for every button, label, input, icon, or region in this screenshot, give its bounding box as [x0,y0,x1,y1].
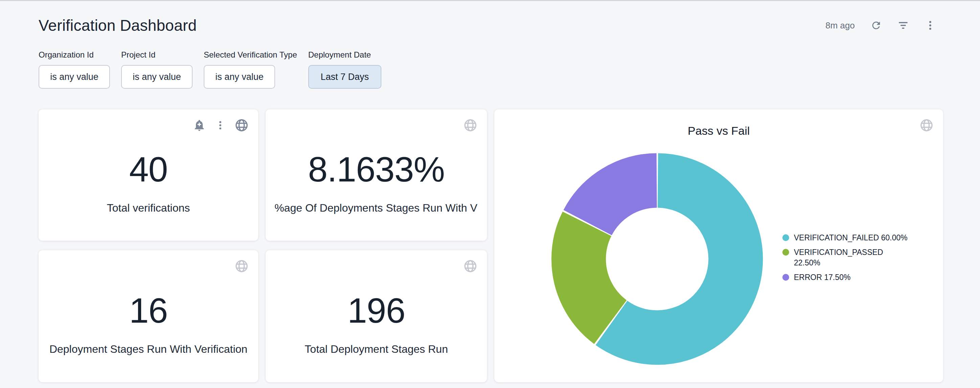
donut-chart-area [549,151,765,367]
tile-hover-actions [192,118,249,133]
chart-legend: VERIFICATION_FAILED 60.00%VERIFICATION_P… [783,233,942,283]
legend-item[interactable]: VERIFICATION_FAILED 60.00% [783,233,942,243]
kpi-tile-pct-stages-with-verification: 8.1633% %age Of Deployments Stages Run W… [266,109,487,241]
legend-item[interactable]: ERROR 17.50% [783,272,942,283]
kpi-label: Total verifications [107,202,190,214]
kpi-label: %age Of Deployments Stages Run With V… [274,202,478,214]
filter-icon[interactable] [897,20,909,31]
legend-swatch [783,249,789,255]
tile-hover-actions [463,259,477,273]
chart-title: Pass vs Fail [495,124,943,137]
globe-icon[interactable] [234,118,249,133]
pass-vs-fail-chart-panel: Pass vs Fail VERIFICATION_FAILED 60.00%V… [495,109,943,382]
globe-icon[interactable] [920,118,934,133]
page-title: Verification Dashboard [38,16,197,35]
legend-item[interactable]: VERIFICATION_PASSED 22.50% [783,247,942,268]
kpi-value: 40 [129,152,168,187]
kpi-label: Deployment Stages Run With Verification [49,343,247,356]
tile-hover-actions [463,118,477,133]
filter-value-button[interactable]: Last 7 Days [308,65,381,89]
tile-hover-actions [234,259,249,273]
filter-deployment-date: Deployment Date Last 7 Days [308,50,381,89]
legend-label: VERIFICATION_PASSED 22.50% [794,247,909,268]
filter-verification-type: Selected Verification Type is any value [204,50,297,89]
filter-label: Selected Verification Type [204,50,297,59]
kpi-tile-total-stages-run: 196 Total Deployment Stages Run [266,250,487,382]
filter-value-button[interactable]: is any value [204,65,275,89]
dashboard-grid: 40 Total verifications 8.1633% %age Of D… [38,109,943,382]
donut-chart[interactable] [549,151,765,367]
filter-organization-id: Organization Id is any value [38,50,110,89]
legend-label: VERIFICATION_FAILED 60.00% [794,233,908,243]
globe-icon[interactable] [463,259,477,273]
filter-value-button[interactable]: is any value [38,65,110,89]
kpi-value: 8.1633% [308,152,445,187]
legend-swatch [783,234,789,241]
filter-bar: Organization Id is any value Project Id … [38,50,381,89]
filter-value-button[interactable]: is any value [121,65,192,89]
header-actions: 8m ago [825,20,936,31]
kpi-tile-stages-with-verification: 16 Deployment Stages Run With Verificati… [38,250,258,382]
filter-label: Organization Id [38,50,94,59]
tile-kebab-menu-icon[interactable] [215,120,226,131]
add-alert-bell-icon[interactable] [192,118,206,132]
top-border-strip [0,0,980,1]
dashboard-header: Verification Dashboard 8m ago [38,15,936,36]
kpi-value: 16 [129,293,168,328]
tile-hover-actions [920,118,934,133]
last-refresh-timestamp: 8m ago [825,20,855,31]
legend-label: ERROR 17.50% [794,272,850,283]
globe-icon[interactable] [463,118,477,133]
filter-label: Project Id [121,50,155,59]
kebab-menu-icon[interactable] [924,20,936,31]
filter-label: Deployment Date [308,50,371,59]
kpi-label: Total Deployment Stages Run [305,343,448,356]
kpi-value: 196 [348,293,406,328]
globe-icon[interactable] [234,259,249,273]
filter-project-id: Project Id is any value [121,50,192,89]
refresh-icon[interactable] [870,20,882,31]
kpi-tile-total-verifications: 40 Total verifications [38,109,258,241]
legend-swatch [783,274,789,281]
